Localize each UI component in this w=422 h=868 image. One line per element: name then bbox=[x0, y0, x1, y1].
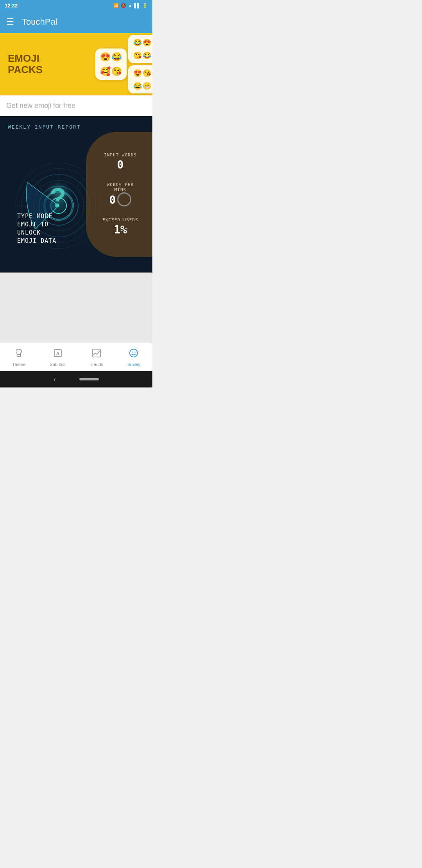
banner-text: EMOJI PACKS bbox=[8, 53, 43, 75]
words-per-min-stat: WORDS PERMINS 0 bbox=[107, 182, 134, 206]
smiley-icon bbox=[129, 348, 139, 360]
words-per-min-value: 0 bbox=[109, 194, 116, 206]
svg-text:A: A bbox=[56, 351, 59, 355]
subdict-icon: A bbox=[53, 348, 63, 360]
wifi-icon: ▲ bbox=[128, 3, 132, 8]
emoji-banner[interactable]: EMOJI PACKS 😍😂 🥰😘 😂😍 😘😂 😍😘 😂😁 bbox=[0, 33, 152, 95]
stats-panel: INPUT WORDS 0 WORDS PERMINS 0 EXCEED USE… bbox=[86, 132, 152, 257]
theme-icon bbox=[14, 348, 24, 360]
smiley-label: Smiley bbox=[127, 362, 140, 367]
menu-button[interactable]: ☰ bbox=[6, 17, 14, 27]
trends-label: Trends bbox=[90, 362, 103, 367]
svg-point-16 bbox=[130, 349, 138, 357]
emoji-tile-1: 😍😂 🥰😘 bbox=[95, 48, 127, 80]
report-title: WEEKLY INPUT REPORT bbox=[8, 124, 81, 130]
home-button[interactable] bbox=[79, 378, 99, 380]
input-words-value: 0 bbox=[104, 158, 137, 171]
exceed-users-value: 1% bbox=[102, 223, 138, 236]
input-words-label: INPUT WORDS bbox=[104, 152, 137, 158]
question-mark: ? bbox=[49, 182, 66, 213]
status-icons: 📶 🔕 ▲ ▌▌ 🔋 bbox=[113, 3, 148, 8]
input-words-stat: INPUT WORDS 0 bbox=[104, 152, 137, 171]
battery-icon: 🔋 bbox=[142, 3, 148, 8]
bottom-nav: Theme A Sub-dict Trends bbox=[0, 343, 152, 371]
status-time: 12:32 bbox=[5, 3, 18, 9]
svg-point-17 bbox=[132, 352, 133, 352]
system-nav: ‹ bbox=[0, 371, 152, 387]
top-bar: ☰ TouchPal bbox=[0, 11, 152, 33]
banner-emojis: 😍😂 🥰😘 😂😍 😘😂 😍😘 😂😁 bbox=[95, 33, 152, 95]
mute-icon: 🔕 bbox=[121, 3, 126, 8]
svg-point-18 bbox=[135, 352, 136, 352]
back-button[interactable]: ‹ bbox=[54, 375, 56, 384]
status-bar: 12:32 📶 🔕 ▲ ▌▌ 🔋 bbox=[0, 0, 152, 11]
nav-theme[interactable]: Theme bbox=[6, 346, 32, 369]
emoji-tile-2: 😂😍 😘😂 bbox=[128, 35, 152, 63]
weekly-report[interactable]: WEEKLY INPUT REPORT ? TYPE MOREEMOJI TOU… bbox=[0, 116, 152, 273]
free-emoji-section: Get new emoji for free bbox=[0, 95, 152, 116]
trends-icon bbox=[91, 348, 102, 360]
unlock-text: TYPE MOREEMOJI TOUNLOCKEMOJI DATA bbox=[17, 212, 56, 245]
emoji-tile-3: 😍😘 😂😁 bbox=[128, 65, 152, 93]
app-title: TouchPal bbox=[22, 17, 57, 27]
gauge-icon bbox=[117, 192, 131, 206]
subdict-label: Sub-dict bbox=[50, 362, 65, 367]
nav-smiley[interactable]: Smiley bbox=[121, 346, 147, 369]
exceed-users-label: EXCEED USERS bbox=[102, 217, 138, 222]
signal-icon: ▌▌ bbox=[134, 3, 140, 8]
cast-icon: 📶 bbox=[113, 3, 119, 8]
svg-rect-15 bbox=[93, 349, 100, 357]
theme-label: Theme bbox=[12, 362, 25, 367]
nav-trends[interactable]: Trends bbox=[84, 346, 109, 369]
exceed-users-stat: EXCEED USERS 1% bbox=[102, 217, 138, 236]
content-spacer bbox=[0, 273, 152, 343]
words-per-min-label: WORDS PERMINS bbox=[107, 182, 134, 192]
nav-subdict[interactable]: A Sub-dict bbox=[43, 346, 72, 369]
free-emoji-text: Get new emoji for free bbox=[6, 102, 75, 109]
